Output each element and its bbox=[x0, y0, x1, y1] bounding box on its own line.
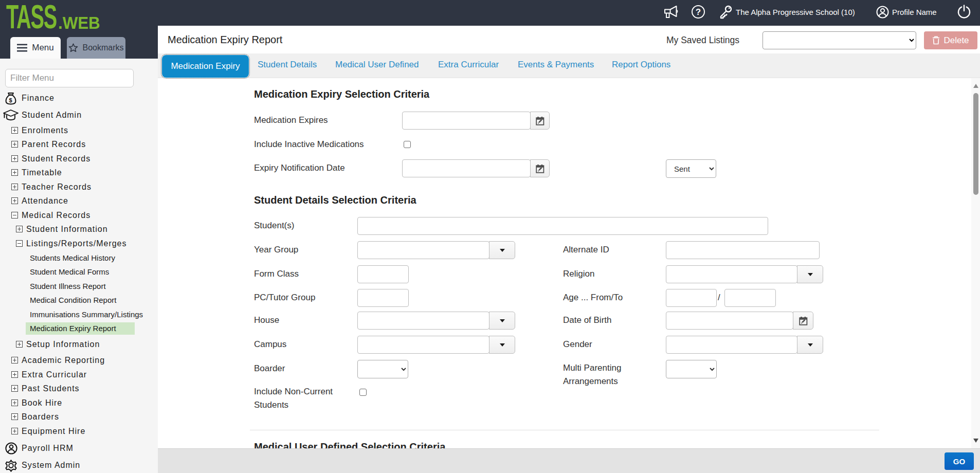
svg-text:$: $ bbox=[9, 97, 12, 103]
svg-text:?: ? bbox=[696, 7, 701, 17]
